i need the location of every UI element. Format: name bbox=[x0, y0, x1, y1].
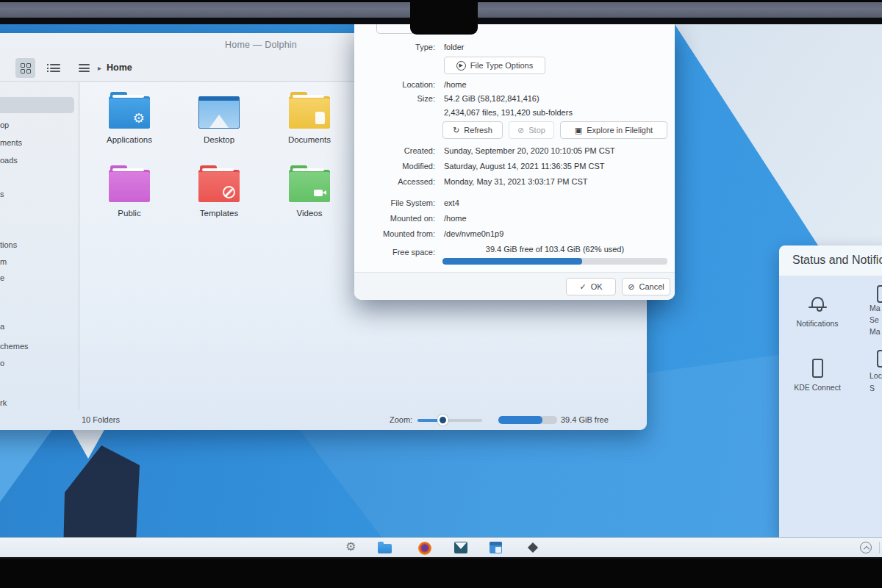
accessed-row: Accessed: Monday, May 31, 2021 3:03:17 P… bbox=[354, 177, 675, 186]
folder-public[interactable]: Public bbox=[85, 161, 173, 232]
places-selected-item[interactable] bbox=[0, 97, 74, 113]
places-item[interactable]: op bbox=[0, 121, 9, 129]
compact-view-button[interactable] bbox=[45, 58, 65, 78]
places-item[interactable]: rk bbox=[0, 398, 7, 407]
breadcrumb[interactable]: ▸Home bbox=[98, 62, 132, 73]
places-item[interactable]: s bbox=[0, 190, 4, 198]
cut-item-label: Ma bbox=[870, 304, 881, 312]
places-item[interactable]: chemes bbox=[0, 342, 29, 351]
places-item[interactable]: oads bbox=[0, 156, 18, 165]
free-space-text: 39.4 GiB free bbox=[561, 415, 609, 424]
breadcrumb-home[interactable]: Home bbox=[107, 62, 132, 73]
firefox-icon[interactable] bbox=[418, 542, 431, 555]
explore-filelight-button[interactable]: ▣ Explore in Filelight bbox=[560, 121, 667, 139]
tray-expander-icon[interactable] bbox=[860, 542, 872, 553]
places-item[interactable]: o bbox=[0, 359, 4, 368]
created-row: Created: Sunday, September 20, 2020 10:1… bbox=[354, 146, 675, 155]
kde-connect-phone-icon[interactable] bbox=[812, 359, 823, 378]
folder-desktop[interactable]: Desktop bbox=[175, 87, 263, 158]
location-row: Location: /home bbox=[354, 80, 675, 89]
refresh-icon: ↻ bbox=[453, 126, 459, 135]
places-item[interactable]: tions bbox=[0, 240, 17, 249]
grid-view-icon bbox=[21, 63, 31, 74]
zoom-slider-handle[interactable] bbox=[437, 415, 448, 426]
dolphin-taskbar-icon[interactable] bbox=[378, 544, 392, 553]
check-icon: ✓ bbox=[579, 282, 586, 292]
panel-title: Status and Notifications bbox=[792, 254, 882, 267]
cut-item-label: S bbox=[870, 384, 875, 392]
filesystem-label: File System: bbox=[354, 198, 435, 207]
window-title: Home — Dolphin bbox=[225, 40, 297, 50]
cancel-button[interactable]: ⊘ Cancel bbox=[622, 278, 670, 295]
desktop-folder-icon bbox=[198, 96, 240, 129]
document-emblem-icon bbox=[315, 112, 325, 124]
folder-applications[interactable]: ⚙ Applications bbox=[85, 87, 173, 158]
mail-icon[interactable] bbox=[454, 542, 467, 553]
accessed-value: Monday, May 31, 2021 3:03:17 PM CST bbox=[444, 177, 587, 186]
gear-emblem-icon: ⚙ bbox=[133, 110, 145, 126]
cut-item-label: Loc bbox=[870, 371, 882, 380]
created-value: Sunday, September 20, 2020 10:10:05 PM C… bbox=[444, 146, 615, 155]
file-type-options-icon: ▶ bbox=[456, 61, 466, 71]
modified-value: Saturday, August 14, 2021 11:36:35 PM CS… bbox=[444, 162, 605, 171]
size-row-2: 2,434,067 files, 191,420 sub-folders bbox=[354, 108, 675, 117]
free-space-label: Free space: bbox=[354, 248, 435, 257]
location-value: /home bbox=[444, 80, 467, 89]
folder-label: Documents bbox=[288, 135, 331, 144]
cut-item-icon[interactable] bbox=[877, 285, 882, 303]
desktop-screen: Home — Dolphin ▸Home op ments oads s tio… bbox=[0, 24, 882, 557]
ok-button[interactable]: ✓ OK bbox=[566, 278, 616, 295]
folders-count: 10 Folders bbox=[82, 415, 120, 424]
type-value: folder bbox=[444, 43, 465, 51]
folder-label: Public bbox=[118, 209, 140, 218]
places-item[interactable]: e bbox=[0, 273, 4, 282]
compact-view-icon bbox=[50, 62, 60, 74]
mounted-from-label: Mounted from: bbox=[354, 229, 435, 238]
breadcrumb-arrow-icon: ▸ bbox=[98, 64, 101, 72]
window-app-icon[interactable] bbox=[490, 542, 502, 553]
kde-connect-item[interactable]: KDE Connect bbox=[781, 383, 854, 392]
folder-videos[interactable]: Videos bbox=[265, 161, 354, 232]
cancel-icon: ⊘ bbox=[628, 282, 634, 292]
free-space-bar-fill bbox=[442, 258, 582, 265]
places-item[interactable]: m bbox=[0, 257, 7, 266]
location-label: Location: bbox=[354, 80, 435, 89]
panel-header: Status and Notifications bbox=[779, 245, 882, 276]
free-space-summary: 39.4 GiB free of 103.4 GiB (62% used) bbox=[442, 245, 667, 254]
notifications-bell-icon[interactable] bbox=[811, 297, 824, 306]
notifications-item[interactable]: Notifications bbox=[781, 319, 854, 328]
mounted-from-row: Mounted from: /dev/nvme0n1p9 bbox=[354, 229, 675, 238]
places-item[interactable]: ments bbox=[0, 138, 22, 147]
folder-templates[interactable]: Templates bbox=[175, 161, 263, 232]
zoom-slider[interactable] bbox=[417, 419, 482, 422]
size-detail-value: 2,434,067 files, 191,420 sub-folders bbox=[444, 108, 573, 117]
type-row: Type: folder bbox=[354, 43, 675, 51]
filesystem-value: ext4 bbox=[444, 198, 459, 207]
stop-button[interactable]: ⊘ Stop bbox=[509, 121, 554, 139]
mounted-on-label: Mounted on: bbox=[354, 214, 435, 223]
zoom-slider-fill bbox=[417, 419, 438, 422]
camera-emblem-icon bbox=[314, 190, 323, 196]
folder-documents[interactable]: Documents bbox=[265, 87, 354, 158]
filelight-icon: ▣ bbox=[575, 126, 582, 135]
inkscape-icon[interactable] bbox=[526, 541, 539, 554]
templates-folder-icon bbox=[198, 170, 240, 202]
mounted-from-value: /dev/nvme0n1p9 bbox=[444, 229, 503, 238]
icons-view-button[interactable] bbox=[15, 58, 35, 78]
size-row: Size: 54.2 GiB (58,182,841,416) bbox=[354, 94, 675, 103]
cut-item-label: Se bbox=[870, 315, 879, 324]
properties-dialog: Type: folder ▶ File Type Options Locatio… bbox=[354, 24, 675, 300]
applications-folder-icon: ⚙ bbox=[109, 96, 150, 129]
modified-row: Modified: Saturday, August 14, 2021 11:3… bbox=[354, 162, 675, 171]
file-type-options-button[interactable]: ▶ File Type Options bbox=[444, 57, 545, 74]
zoom-label: Zoom: bbox=[390, 415, 412, 424]
places-item[interactable]: a bbox=[0, 322, 4, 331]
details-view-button[interactable] bbox=[74, 58, 94, 78]
size-label: Size: bbox=[354, 94, 435, 103]
settings-gear-icon[interactable]: ⚙ bbox=[345, 539, 356, 553]
refresh-button[interactable]: ↻ Refresh bbox=[442, 121, 503, 139]
cut-item-icon[interactable] bbox=[877, 350, 882, 368]
public-folder-icon bbox=[109, 170, 150, 202]
modified-label: Modified: bbox=[354, 162, 435, 171]
filesystem-row: File System: ext4 bbox=[354, 198, 675, 207]
